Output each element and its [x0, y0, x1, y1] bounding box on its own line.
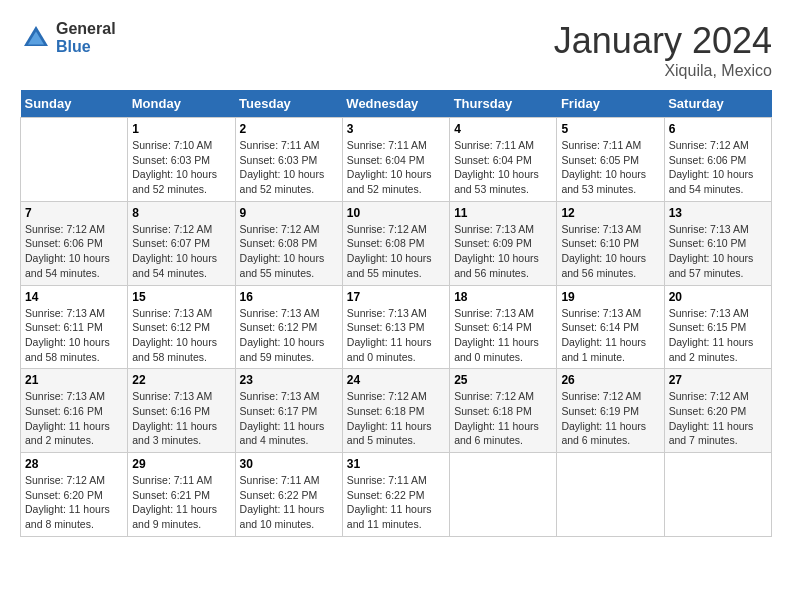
calendar-cell: 19Sunrise: 7:13 AMSunset: 6:14 PMDayligh… [557, 285, 664, 369]
day-number: 15 [132, 290, 230, 304]
day-info: Sunrise: 7:13 AMSunset: 6:14 PMDaylight:… [561, 306, 659, 365]
calendar-cell: 28Sunrise: 7:12 AMSunset: 6:20 PMDayligh… [21, 453, 128, 537]
day-info: Sunrise: 7:12 AMSunset: 6:18 PMDaylight:… [454, 389, 552, 448]
day-number: 6 [669, 122, 767, 136]
weekday-header-monday: Monday [128, 90, 235, 118]
logo-line1: General [56, 20, 116, 38]
calendar-cell: 3Sunrise: 7:11 AMSunset: 6:04 PMDaylight… [342, 118, 449, 202]
calendar-cell: 24Sunrise: 7:12 AMSunset: 6:18 PMDayligh… [342, 369, 449, 453]
calendar-cell [557, 453, 664, 537]
day-number: 9 [240, 206, 338, 220]
day-info: Sunrise: 7:13 AMSunset: 6:11 PMDaylight:… [25, 306, 123, 365]
day-number: 11 [454, 206, 552, 220]
day-info: Sunrise: 7:12 AMSunset: 6:07 PMDaylight:… [132, 222, 230, 281]
calendar-cell [450, 453, 557, 537]
logo-line2: Blue [56, 38, 116, 56]
day-info: Sunrise: 7:11 AMSunset: 6:04 PMDaylight:… [347, 138, 445, 197]
day-info: Sunrise: 7:11 AMSunset: 6:21 PMDaylight:… [132, 473, 230, 532]
calendar-cell: 10Sunrise: 7:12 AMSunset: 6:08 PMDayligh… [342, 201, 449, 285]
calendar-cell [21, 118, 128, 202]
calendar-cell: 4Sunrise: 7:11 AMSunset: 6:04 PMDaylight… [450, 118, 557, 202]
calendar-cell: 7Sunrise: 7:12 AMSunset: 6:06 PMDaylight… [21, 201, 128, 285]
day-number: 2 [240, 122, 338, 136]
day-number: 19 [561, 290, 659, 304]
day-info: Sunrise: 7:10 AMSunset: 6:03 PMDaylight:… [132, 138, 230, 197]
calendar-cell: 9Sunrise: 7:12 AMSunset: 6:08 PMDaylight… [235, 201, 342, 285]
calendar-week-5: 28Sunrise: 7:12 AMSunset: 6:20 PMDayligh… [21, 453, 772, 537]
calendar-cell: 16Sunrise: 7:13 AMSunset: 6:12 PMDayligh… [235, 285, 342, 369]
day-info: Sunrise: 7:12 AMSunset: 6:08 PMDaylight:… [240, 222, 338, 281]
main-title: January 2024 [554, 20, 772, 62]
day-number: 24 [347, 373, 445, 387]
day-number: 31 [347, 457, 445, 471]
calendar-cell [664, 453, 771, 537]
weekday-header-saturday: Saturday [664, 90, 771, 118]
calendar-cell: 12Sunrise: 7:13 AMSunset: 6:10 PMDayligh… [557, 201, 664, 285]
day-info: Sunrise: 7:13 AMSunset: 6:15 PMDaylight:… [669, 306, 767, 365]
calendar-cell: 11Sunrise: 7:13 AMSunset: 6:09 PMDayligh… [450, 201, 557, 285]
day-info: Sunrise: 7:12 AMSunset: 6:08 PMDaylight:… [347, 222, 445, 281]
weekday-header-tuesday: Tuesday [235, 90, 342, 118]
day-info: Sunrise: 7:13 AMSunset: 6:13 PMDaylight:… [347, 306, 445, 365]
day-number: 16 [240, 290, 338, 304]
day-info: Sunrise: 7:12 AMSunset: 6:19 PMDaylight:… [561, 389, 659, 448]
day-info: Sunrise: 7:13 AMSunset: 6:12 PMDaylight:… [132, 306, 230, 365]
day-number: 13 [669, 206, 767, 220]
day-info: Sunrise: 7:12 AMSunset: 6:06 PMDaylight:… [25, 222, 123, 281]
calendar-cell: 26Sunrise: 7:12 AMSunset: 6:19 PMDayligh… [557, 369, 664, 453]
calendar-header: SundayMondayTuesdayWednesdayThursdayFrid… [21, 90, 772, 118]
day-number: 28 [25, 457, 123, 471]
day-number: 27 [669, 373, 767, 387]
calendar-cell: 21Sunrise: 7:13 AMSunset: 6:16 PMDayligh… [21, 369, 128, 453]
calendar-week-4: 21Sunrise: 7:13 AMSunset: 6:16 PMDayligh… [21, 369, 772, 453]
day-number: 1 [132, 122, 230, 136]
weekday-header-thursday: Thursday [450, 90, 557, 118]
day-number: 14 [25, 290, 123, 304]
day-number: 3 [347, 122, 445, 136]
day-number: 7 [25, 206, 123, 220]
calendar-cell: 29Sunrise: 7:11 AMSunset: 6:21 PMDayligh… [128, 453, 235, 537]
subtitle: Xiquila, Mexico [554, 62, 772, 80]
calendar-cell: 13Sunrise: 7:13 AMSunset: 6:10 PMDayligh… [664, 201, 771, 285]
day-number: 22 [132, 373, 230, 387]
calendar-cell: 1Sunrise: 7:10 AMSunset: 6:03 PMDaylight… [128, 118, 235, 202]
day-number: 29 [132, 457, 230, 471]
logo-text: General Blue [56, 20, 116, 56]
day-info: Sunrise: 7:13 AMSunset: 6:17 PMDaylight:… [240, 389, 338, 448]
day-info: Sunrise: 7:12 AMSunset: 6:18 PMDaylight:… [347, 389, 445, 448]
calendar-table: SundayMondayTuesdayWednesdayThursdayFrid… [20, 90, 772, 537]
calendar-cell: 20Sunrise: 7:13 AMSunset: 6:15 PMDayligh… [664, 285, 771, 369]
calendar-cell: 8Sunrise: 7:12 AMSunset: 6:07 PMDaylight… [128, 201, 235, 285]
calendar-cell: 31Sunrise: 7:11 AMSunset: 6:22 PMDayligh… [342, 453, 449, 537]
day-info: Sunrise: 7:13 AMSunset: 6:10 PMDaylight:… [669, 222, 767, 281]
day-info: Sunrise: 7:11 AMSunset: 6:22 PMDaylight:… [347, 473, 445, 532]
weekday-header-wednesday: Wednesday [342, 90, 449, 118]
day-number: 20 [669, 290, 767, 304]
calendar-cell: 25Sunrise: 7:12 AMSunset: 6:18 PMDayligh… [450, 369, 557, 453]
day-number: 8 [132, 206, 230, 220]
day-info: Sunrise: 7:12 AMSunset: 6:06 PMDaylight:… [669, 138, 767, 197]
day-number: 17 [347, 290, 445, 304]
day-info: Sunrise: 7:11 AMSunset: 6:05 PMDaylight:… [561, 138, 659, 197]
day-info: Sunrise: 7:13 AMSunset: 6:16 PMDaylight:… [132, 389, 230, 448]
day-number: 5 [561, 122, 659, 136]
logo: General Blue [20, 20, 116, 56]
day-number: 26 [561, 373, 659, 387]
day-info: Sunrise: 7:13 AMSunset: 6:09 PMDaylight:… [454, 222, 552, 281]
calendar-cell: 27Sunrise: 7:12 AMSunset: 6:20 PMDayligh… [664, 369, 771, 453]
day-number: 18 [454, 290, 552, 304]
day-info: Sunrise: 7:13 AMSunset: 6:12 PMDaylight:… [240, 306, 338, 365]
calendar-cell: 17Sunrise: 7:13 AMSunset: 6:13 PMDayligh… [342, 285, 449, 369]
day-info: Sunrise: 7:11 AMSunset: 6:22 PMDaylight:… [240, 473, 338, 532]
calendar-week-1: 1Sunrise: 7:10 AMSunset: 6:03 PMDaylight… [21, 118, 772, 202]
calendar-cell: 6Sunrise: 7:12 AMSunset: 6:06 PMDaylight… [664, 118, 771, 202]
calendar-cell: 18Sunrise: 7:13 AMSunset: 6:14 PMDayligh… [450, 285, 557, 369]
calendar-cell: 15Sunrise: 7:13 AMSunset: 6:12 PMDayligh… [128, 285, 235, 369]
calendar-cell: 23Sunrise: 7:13 AMSunset: 6:17 PMDayligh… [235, 369, 342, 453]
calendar-week-3: 14Sunrise: 7:13 AMSunset: 6:11 PMDayligh… [21, 285, 772, 369]
calendar-cell: 30Sunrise: 7:11 AMSunset: 6:22 PMDayligh… [235, 453, 342, 537]
calendar-cell: 2Sunrise: 7:11 AMSunset: 6:03 PMDaylight… [235, 118, 342, 202]
day-number: 10 [347, 206, 445, 220]
weekday-header-friday: Friday [557, 90, 664, 118]
day-info: Sunrise: 7:12 AMSunset: 6:20 PMDaylight:… [669, 389, 767, 448]
